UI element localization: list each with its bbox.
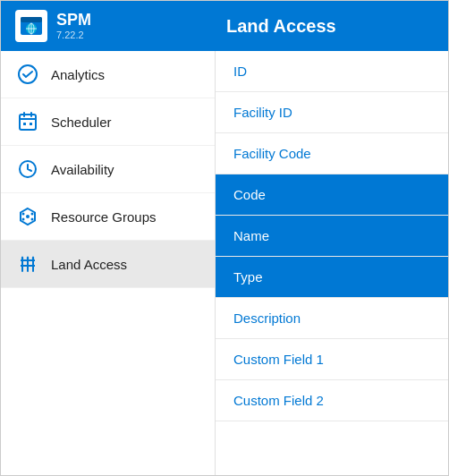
header-section-title: Land Access <box>216 16 448 37</box>
svg-rect-12 <box>30 123 32 125</box>
sidebar-item-analytics-label: Analytics <box>51 67 105 82</box>
field-item-code[interactable]: Code <box>216 174 448 216</box>
fence-icon <box>15 251 40 276</box>
field-item-facility-code[interactable]: Facility Code <box>216 133 448 174</box>
svg-marker-27 <box>32 256 35 259</box>
calendar-icon <box>15 109 40 134</box>
header-logo: SPM 7.22.2 <box>1 10 216 42</box>
right-panel: IDFacility IDFacility CodeCodeNameTypeDe… <box>216 51 448 475</box>
svg-point-16 <box>22 213 25 216</box>
svg-marker-26 <box>27 256 30 259</box>
sidebar-item-analytics[interactable]: Analytics <box>1 51 215 98</box>
clock-icon <box>15 157 40 182</box>
field-item-custom-field-2[interactable]: Custom Field 2 <box>216 380 448 421</box>
hexagon-icon <box>15 204 40 229</box>
app-logo-icon <box>15 10 47 42</box>
sidebar-item-resource-groups-label: Resource Groups <box>51 209 157 225</box>
sidebar-item-scheduler-label: Scheduler <box>51 115 112 130</box>
field-list: IDFacility IDFacility CodeCodeNameTypeDe… <box>216 51 448 475</box>
svg-marker-25 <box>21 256 24 259</box>
field-item-description[interactable]: Description <box>216 298 448 339</box>
sidebar-item-availability[interactable]: Availability <box>1 146 215 193</box>
field-item-name[interactable]: Name <box>216 216 448 257</box>
header: SPM 7.22.2 Land Access <box>1 1 448 51</box>
sidebar-item-land-access-label: Land Access <box>51 257 127 272</box>
svg-rect-7 <box>20 115 36 130</box>
sidebar-item-resource-groups[interactable]: Resource Groups <box>1 193 215 241</box>
svg-point-18 <box>22 218 25 221</box>
field-item-id[interactable]: ID <box>216 51 448 92</box>
app-container: SPM 7.22.2 Land Access Analytics <box>0 0 449 476</box>
svg-point-19 <box>31 218 34 221</box>
field-item-facility-id[interactable]: Facility ID <box>216 92 448 133</box>
sidebar-item-availability-label: Availability <box>51 162 114 177</box>
sidebar-item-land-access[interactable]: Land Access <box>1 241 215 288</box>
svg-point-17 <box>31 213 34 216</box>
svg-rect-1 <box>21 17 42 22</box>
logo-text: SPM 7.22.2 <box>56 12 91 40</box>
logo-title: SPM <box>56 12 91 30</box>
field-item-custom-field-1[interactable]: Custom Field 1 <box>216 339 448 380</box>
sidebar-item-scheduler[interactable]: Scheduler <box>1 98 215 146</box>
main-content: Analytics Scheduler <box>1 51 448 475</box>
logo-version: 7.22.2 <box>56 30 91 40</box>
field-item-type[interactable]: Type <box>216 257 448 298</box>
sidebar: Analytics Scheduler <box>1 51 216 475</box>
check-circle-icon <box>15 62 40 87</box>
svg-rect-11 <box>23 123 26 125</box>
svg-point-15 <box>26 215 30 218</box>
